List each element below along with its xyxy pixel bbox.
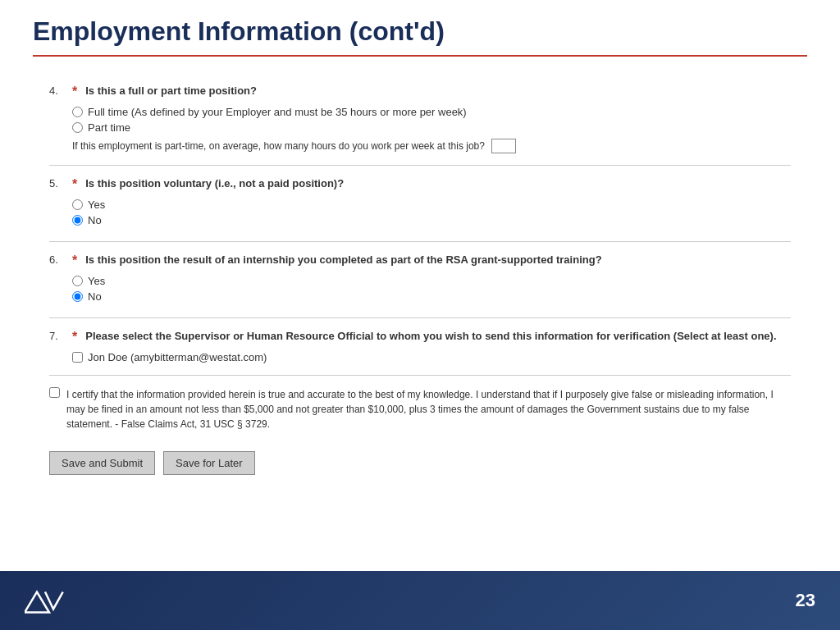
supervisor-checkbox[interactable]	[72, 352, 83, 363]
q6-label-no: No	[88, 290, 102, 303]
q5-text: Is this position voluntary (i.e., not a …	[85, 177, 344, 189]
q5-label-no: No	[88, 214, 102, 226]
certification-row: I certify that the information provided …	[49, 376, 791, 443]
q4-label-parttime: Part time	[88, 121, 130, 134]
question-4-line: 4. * Is this a full or part time positio…	[49, 84, 791, 99]
page-footer: 23	[0, 571, 840, 630]
q7-required: *	[72, 330, 77, 345]
question-6: 6. * Is this position the result of an i…	[49, 242, 791, 318]
save-later-button[interactable]: Save for Later	[163, 451, 255, 475]
question-4: 4. * Is this a full or part time positio…	[49, 73, 791, 166]
save-submit-button[interactable]: Save and Submit	[49, 451, 155, 475]
q6-text: Is this position the result of an intern…	[85, 253, 601, 266]
supervisor-option: Jon Doe (amybitterman@westat.com)	[72, 351, 791, 363]
q6-options: Yes No	[72, 275, 791, 303]
q4-number: 4.	[49, 84, 66, 97]
q4-options: Full time (As defined by your Employer a…	[72, 106, 791, 134]
q4-option-fulltime[interactable]: Full time (As defined by your Employer a…	[72, 106, 791, 118]
supervisor-label: Jon Doe (amybitterman@westat.com)	[88, 351, 267, 363]
certification-checkbox[interactable]	[49, 387, 60, 398]
question-6-line: 6. * Is this position the result of an i…	[49, 253, 791, 268]
q4-option-parttime[interactable]: Part time	[72, 121, 791, 134]
question-7: 7. * Please select the Supervisor or Hum…	[49, 318, 791, 376]
q4-required: *	[72, 84, 77, 99]
q4-text: Is this a full or part time position?	[85, 84, 257, 97]
certification-text: I certify that the information provided …	[66, 387, 791, 431]
part-time-hours-input[interactable]	[491, 139, 516, 153]
q6-radio-no[interactable]	[72, 291, 83, 302]
q5-option-yes[interactable]: Yes	[72, 199, 791, 211]
q6-option-yes[interactable]: Yes	[72, 275, 791, 287]
q5-required: *	[72, 177, 77, 192]
footer-page-number: 23	[796, 590, 815, 611]
q6-label-yes: Yes	[88, 275, 105, 287]
q4-radio-parttime[interactable]	[72, 122, 83, 133]
page-header: Employment Information (cont'd)	[0, 0, 840, 55]
q7-number: 7.	[49, 330, 66, 342]
buttons-row: Save and Submit Save for Later	[49, 443, 791, 486]
q5-option-no[interactable]: No	[72, 214, 791, 226]
logo-svg	[25, 584, 66, 617]
page-title: Employment Information (cont'd)	[33, 16, 807, 47]
q4-label-fulltime: Full time (As defined by your Employer a…	[88, 106, 467, 118]
page-wrapper: Employment Information (cont'd) 4. * Is …	[0, 0, 840, 630]
q5-options: Yes No	[72, 199, 791, 226]
question-7-line: 7. * Please select the Supervisor or Hum…	[49, 330, 791, 345]
part-time-hours-row: If this employment is part-time, on aver…	[72, 139, 791, 153]
main-content: 4. * Is this a full or part time positio…	[0, 57, 840, 571]
part-time-label: If this employment is part-time, on aver…	[72, 140, 485, 152]
q6-number: 6.	[49, 253, 66, 266]
q5-number: 5.	[49, 177, 66, 189]
q5-label-yes: Yes	[88, 199, 105, 211]
q6-option-no[interactable]: No	[72, 290, 791, 303]
q7-text: Please select the Supervisor or Human Re…	[85, 330, 776, 342]
q4-radio-fulltime[interactable]	[72, 107, 83, 117]
question-5: 5. * Is this position voluntary (i.e., n…	[49, 166, 791, 242]
q5-radio-no[interactable]	[72, 215, 83, 226]
q5-radio-yes[interactable]	[72, 199, 83, 210]
q6-radio-yes[interactable]	[72, 276, 83, 286]
q6-required: *	[72, 253, 77, 268]
footer-logo	[25, 584, 66, 617]
question-5-line: 5. * Is this position voluntary (i.e., n…	[49, 177, 791, 192]
